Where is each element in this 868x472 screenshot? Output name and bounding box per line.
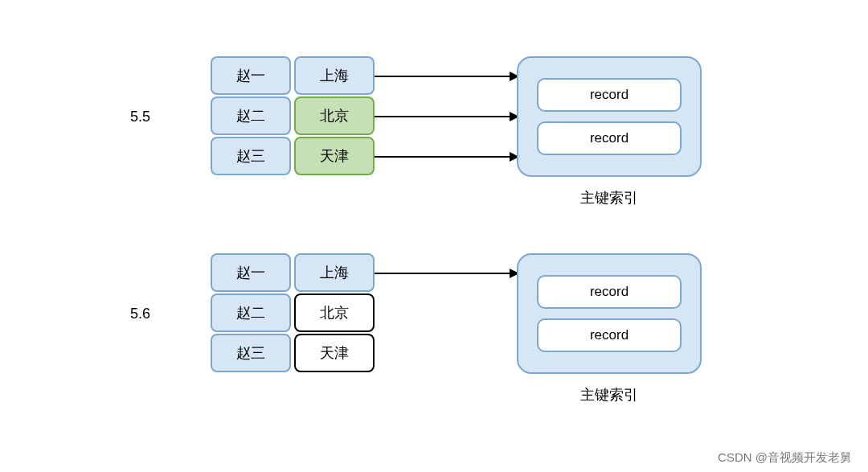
version-label-2: 5.6 <box>130 306 150 322</box>
arrow-icon <box>375 266 519 281</box>
cell: 天津 <box>294 137 375 175</box>
cell: 赵一 <box>211 56 291 95</box>
cell: 赵二 <box>211 293 291 332</box>
watermark: CSDN @音视频开发老舅 <box>718 450 852 466</box>
table-col1-g1: 赵一 赵二 赵三 <box>211 56 291 177</box>
table-col2-g1: 上海 北京 天津 <box>294 56 375 177</box>
arrow-icon <box>375 109 519 124</box>
cell: 北京 <box>294 96 375 135</box>
cell: 赵二 <box>211 96 291 135</box>
cell: 赵一 <box>211 253 291 292</box>
cell: 天津 <box>294 334 375 372</box>
version-label-1: 5.5 <box>130 109 150 125</box>
arrow-icon <box>375 150 519 164</box>
cell: 上海 <box>294 253 375 292</box>
table-col2-g2: 上海 北京 天津 <box>294 253 375 374</box>
cell: 上海 <box>294 56 375 95</box>
index-label-g1: 主键索引 <box>517 188 702 207</box>
index-box-g1: record record <box>517 56 702 177</box>
index-label-g2: 主键索引 <box>517 385 702 404</box>
record-box: record <box>537 318 682 352</box>
record-box: record <box>537 121 682 155</box>
cell: 赵三 <box>211 334 291 372</box>
cell: 赵三 <box>211 137 291 175</box>
cell: 北京 <box>294 293 375 332</box>
record-box: record <box>537 78 682 112</box>
arrow-icon <box>375 69 519 84</box>
table-col1-g2: 赵一 赵二 赵三 <box>211 253 291 374</box>
index-box-g2: record record <box>517 253 702 374</box>
record-box: record <box>537 275 682 309</box>
